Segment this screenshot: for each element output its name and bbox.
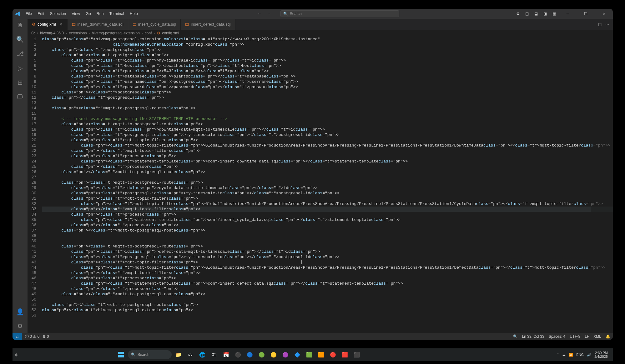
encoding[interactable]: UTF-8 <box>570 334 580 339</box>
svg-rect-3 <box>121 355 124 357</box>
bc-seg[interactable]: config.xml <box>162 31 179 35</box>
menu-terminal[interactable]: Terminal <box>107 10 127 17</box>
tab-config-xml[interactable]: ⚙ config.xml ✕ <box>28 19 68 30</box>
menu-edit[interactable]: Edit <box>35 10 47 17</box>
search-icon: 🔍 <box>131 352 136 357</box>
menu-selection[interactable]: Selection <box>48 10 68 17</box>
bc-seg[interactable]: hivemq-4.36.0 <box>40 31 64 35</box>
tab-insert-defect[interactable]: ▤ insert_defect_data.sql <box>181 19 235 30</box>
folder-icon[interactable]: 🗂 <box>185 350 195 360</box>
titlebar: File Edit Selection View Go Run Terminal… <box>13 9 613 19</box>
app-icon-5[interactable]: 🟥 <box>340 350 350 360</box>
vscode-window: File Edit Selection View Go Run Terminal… <box>13 9 613 340</box>
settings-gear-icon[interactable]: ⚙ <box>16 322 24 330</box>
nav-arrows: ← → <box>257 11 272 17</box>
extensions-icon[interactable]: ⊞ <box>16 79 24 86</box>
tab-label: insert_downtime_data.sql <box>78 22 123 27</box>
ln-col[interactable]: Ln 33, Col 33 <box>522 334 544 339</box>
problems-indicator[interactable]: ⓧ 0 ⚠ 0 <box>25 334 39 339</box>
browser-loading-icon[interactable]: ◐ <box>15 352 18 357</box>
nav-back-icon[interactable]: ← <box>257 11 262 17</box>
search-activity-icon[interactable]: 🔍 <box>16 36 24 43</box>
file-icon: ⚙ <box>157 31 160 35</box>
bc-seg[interactable]: C: <box>31 31 35 35</box>
taskbar-search-placeholder: Search <box>138 352 149 357</box>
run-debug-icon[interactable]: ▷ <box>16 64 24 72</box>
zoom-icon[interactable]: 🔍 <box>513 334 518 339</box>
close-button[interactable]: ✕ <box>598 12 610 16</box>
layout-customize-icon[interactable]: ▦ <box>552 12 556 16</box>
app-icon-2[interactable]: 🟢 <box>257 350 267 360</box>
edge-icon[interactable]: 🌐 <box>197 350 207 360</box>
maximize-button[interactable]: ☐ <box>580 12 592 16</box>
bc-seg[interactable]: hivemq-postgresql-extension <box>92 31 139 35</box>
svg-rect-0 <box>118 352 121 354</box>
eol[interactable]: LF <box>585 334 589 339</box>
window-controls: ⚙ ◫ ⬓ ◨ ▦ ─ ☐ ✕ <box>516 12 610 16</box>
language-mode[interactable]: XML <box>593 334 601 339</box>
notifications-icon[interactable]: 🔔 <box>606 334 610 339</box>
remote-explorer-icon[interactable]: 🖵 <box>16 93 24 101</box>
onedrive-icon[interactable]: ☁ <box>562 353 566 357</box>
split-editor-icon[interactable]: ◫ <box>598 22 602 27</box>
visual-studio-icon[interactable]: 🟣 <box>280 350 290 360</box>
breadcrumb[interactable]: C:› hivemq-4.36.0› extensions› hivemq-po… <box>28 30 613 37</box>
accounts-icon[interactable]: 👤 <box>16 308 24 316</box>
chevron-up-icon[interactable]: ˄ <box>557 353 559 357</box>
bc-seg[interactable]: extensions <box>69 31 87 35</box>
store-icon[interactable]: 🛍 <box>209 350 219 360</box>
app-icon-4[interactable]: 🔴 <box>328 350 338 360</box>
layout-toggle-right-icon[interactable]: ◨ <box>543 12 547 16</box>
minimap[interactable] <box>591 37 613 333</box>
tab-insert-downtime[interactable]: ▤ insert_downtime_data.sql <box>68 19 128 30</box>
nav-forward-icon[interactable]: → <box>267 11 272 17</box>
layout-toggle-bottom-icon[interactable]: ⬓ <box>534 12 538 16</box>
minimize-button[interactable]: ─ <box>562 12 574 16</box>
network-icon[interactable]: 📶 <box>569 353 573 357</box>
close-icon[interactable]: ✕ <box>59 22 63 27</box>
editor[interactable]: 1234567891011121314151617181920212223242… <box>28 37 613 333</box>
system-tray: ˄ ☁ 📶 ENG 🔊 2:30 PM 2/4/2025 <box>557 351 610 358</box>
menu-file[interactable]: File <box>23 10 34 17</box>
excel-icon[interactable]: 🟩 <box>304 350 314 360</box>
file-explorer-icon[interactable]: 📁 <box>174 350 184 360</box>
explorer-icon[interactable]: 🗎 <box>16 21 24 29</box>
ports-indicator[interactable]: ⇅ 0 <box>43 334 49 339</box>
volume-icon[interactable]: 🔊 <box>587 353 591 357</box>
clock[interactable]: 2:30 PM 2/4/2025 <box>594 351 608 358</box>
code-area[interactable]: class="pn"><class="t">hivemq-postgresql-… <box>42 37 613 333</box>
more-actions-icon[interactable]: ⋯ <box>605 22 609 27</box>
sql-file-icon: ▤ <box>133 22 136 27</box>
command-center-search[interactable]: 🔍 Search <box>280 10 399 17</box>
vscode-task-icon[interactable]: 🔷 <box>292 350 302 360</box>
taskbar-search[interactable]: 🔍 Search <box>128 350 172 359</box>
menu-go[interactable]: Go <box>83 10 93 17</box>
bc-seg[interactable]: conf <box>145 31 152 35</box>
app-icon-3[interactable]: 🟧 <box>316 350 326 360</box>
app-icon[interactable]: 🔵 <box>245 350 255 360</box>
menu-run[interactable]: Run <box>94 10 106 17</box>
search-icon: 🔍 <box>283 12 288 16</box>
start-button[interactable] <box>116 350 126 360</box>
line-numbers: 1234567891011121314151617181920212223242… <box>28 37 42 333</box>
spaces[interactable]: Spaces: 4 <box>549 334 565 339</box>
sql-file-icon: ▤ <box>72 22 76 27</box>
layout-toggle-left-icon[interactable]: ◫ <box>525 12 529 16</box>
remote-indicator[interactable]: ⇄ <box>13 333 22 340</box>
language-indicator[interactable]: ENG <box>576 353 584 357</box>
menubar: File Edit Selection View Go Run Terminal… <box>23 10 140 17</box>
source-control-icon[interactable]: ⎇ <box>16 50 24 57</box>
windows-taskbar: ◐ 🔍 Search 📁 🗂 🌐 🛍 📅 ⚫ 🔵 🟢 🟡 🟣 🔷 🟩 🟧 🔴 🟥… <box>13 348 613 361</box>
activity-bar: 🗎 🔍 ⎇ ▷ ⊞ 🖵 👤 ⚙ <box>13 19 28 333</box>
menu-view[interactable]: View <box>69 10 83 17</box>
copilot-icon[interactable]: ⚙ <box>516 12 520 16</box>
menu-help[interactable]: Help <box>127 10 140 17</box>
sql-file-icon: ▤ <box>185 22 189 27</box>
calendar-icon[interactable]: 📅 <box>221 350 231 360</box>
chrome-icon[interactable]: 🟡 <box>269 350 279 360</box>
tab-insert-cycle[interactable]: ▤ insert_cycle_data.sql <box>128 19 181 30</box>
terminal-task-icon[interactable]: ⬛ <box>352 350 362 360</box>
tab-label: config.xml <box>38 22 56 27</box>
editor-tabs: ⚙ config.xml ✕ ▤ insert_downtime_data.sq… <box>28 19 613 30</box>
obs-icon[interactable]: ⚫ <box>233 350 243 360</box>
